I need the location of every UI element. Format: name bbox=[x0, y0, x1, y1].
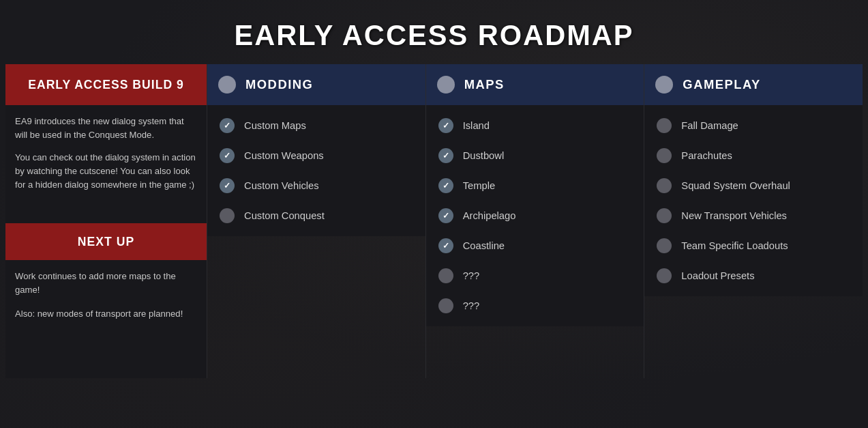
pending-icon bbox=[220, 208, 235, 223]
pending-icon bbox=[438, 268, 453, 283]
ea-body: EA9 introduces the new dialog system tha… bbox=[5, 105, 207, 223]
item-label: Custom Vehicles bbox=[244, 180, 319, 191]
ea-body-text-2: You can check out the dialog system in a… bbox=[15, 151, 197, 191]
modding-icon bbox=[218, 76, 236, 94]
item-label: ??? bbox=[463, 270, 480, 281]
checkmark-icon bbox=[220, 118, 235, 133]
list-item: Archipelago bbox=[426, 201, 644, 231]
item-label: Temple bbox=[463, 180, 495, 191]
item-label: Island bbox=[463, 120, 490, 131]
checkmark-icon bbox=[438, 208, 453, 223]
checkmark-icon bbox=[438, 178, 453, 193]
list-item: Custom Vehicles bbox=[207, 171, 425, 201]
item-label: Parachutes bbox=[681, 150, 732, 161]
list-item: Island bbox=[426, 111, 644, 141]
checkmark-icon bbox=[220, 178, 235, 193]
col-ea9: EARLY ACCESS BUILD 9 EA9 introduces the … bbox=[5, 64, 207, 378]
item-label: Custom Conquest bbox=[244, 210, 325, 221]
list-item: Coastline bbox=[426, 231, 644, 261]
list-item: Fall Damage bbox=[644, 111, 863, 141]
list-item: Team Specific Loadouts bbox=[644, 231, 863, 261]
maps-items: IslandDustbowlTempleArchipelagoCoastline… bbox=[426, 105, 644, 326]
item-label: Squad System Overhaul bbox=[681, 180, 790, 191]
pending-icon bbox=[657, 208, 672, 223]
list-item: Parachutes bbox=[644, 141, 863, 171]
list-item: ??? bbox=[426, 261, 644, 291]
maps-icon bbox=[437, 76, 455, 94]
item-label: Dustbowl bbox=[463, 150, 505, 161]
checkmark-icon bbox=[220, 148, 235, 163]
pending-icon bbox=[657, 178, 672, 193]
item-label: Archipelago bbox=[463, 210, 516, 221]
ea-header: EARLY ACCESS BUILD 9 bbox=[5, 64, 207, 105]
gameplay-title: GAMEPLAY bbox=[683, 77, 761, 92]
list-item: Dustbowl bbox=[426, 141, 644, 171]
item-label: Loadout Presets bbox=[681, 270, 754, 281]
modding-title: MODDING bbox=[245, 77, 313, 92]
item-label: ??? bbox=[463, 300, 480, 311]
col-gameplay: GAMEPLAY Fall DamageParachutesSquad Syst… bbox=[644, 64, 863, 378]
maps-header: MAPS bbox=[426, 64, 644, 105]
list-item: Loadout Presets bbox=[644, 261, 863, 291]
next-up-body: Work continues to add more maps to the g… bbox=[5, 260, 207, 378]
pending-icon bbox=[657, 238, 672, 253]
pending-icon bbox=[438, 298, 453, 313]
col-modding: MODDING Custom MapsCustom WeaponsCustom … bbox=[207, 64, 425, 378]
gameplay-header: GAMEPLAY bbox=[644, 64, 863, 105]
roadmap-grid: EARLY ACCESS BUILD 9 EA9 introduces the … bbox=[5, 64, 863, 378]
modding-header: MODDING bbox=[207, 64, 425, 105]
gameplay-items: Fall DamageParachutesSquad System Overha… bbox=[644, 105, 863, 296]
list-item: Custom Weapons bbox=[207, 141, 425, 171]
checkmark-icon bbox=[438, 148, 453, 163]
list-item: Temple bbox=[426, 171, 644, 201]
col-maps: MAPS IslandDustbowlTempleArchipelagoCoas… bbox=[425, 64, 644, 378]
item-label: Team Specific Loadouts bbox=[681, 240, 788, 251]
maps-title: MAPS bbox=[464, 77, 505, 92]
checkmark-icon bbox=[438, 238, 453, 253]
pending-icon bbox=[657, 118, 672, 133]
item-label: Custom Weapons bbox=[244, 150, 324, 161]
page-title: EARLY ACCESS ROADMAP bbox=[0, 0, 868, 64]
item-label: Coastline bbox=[463, 240, 505, 251]
ea-body-text-1: EA9 introduces the new dialog system tha… bbox=[15, 115, 197, 141]
next-up-text-2: Also: new modes of transport are planned… bbox=[15, 307, 197, 321]
next-up-header: NEXT UP bbox=[5, 223, 207, 260]
item-label: Fall Damage bbox=[681, 120, 738, 131]
checkmark-icon bbox=[438, 118, 453, 133]
list-item: Squad System Overhaul bbox=[644, 171, 863, 201]
list-item: Custom Maps bbox=[207, 111, 425, 141]
gameplay-icon bbox=[655, 76, 673, 94]
list-item: New Transport Vehicles bbox=[644, 201, 863, 231]
list-item: Custom Conquest bbox=[207, 201, 425, 231]
next-up-text-1: Work continues to add more maps to the g… bbox=[15, 270, 197, 298]
pending-icon bbox=[657, 268, 672, 283]
list-item: ??? bbox=[426, 291, 644, 321]
modding-items: Custom MapsCustom WeaponsCustom Vehicles… bbox=[207, 105, 425, 236]
item-label: New Transport Vehicles bbox=[681, 210, 787, 221]
pending-icon bbox=[657, 148, 672, 163]
item-label: Custom Maps bbox=[244, 120, 306, 131]
